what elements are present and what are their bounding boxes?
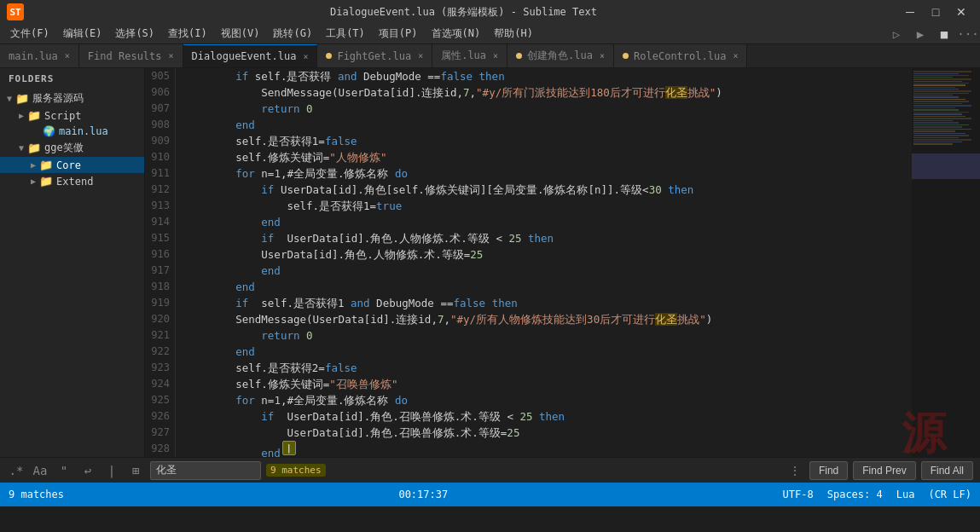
titlebar: ST DialogueEvent.lua (服务端模板) - Sublime T…	[0, 0, 980, 24]
tab-label: 创建角色.lua	[527, 49, 593, 63]
tab-close-icon[interactable]: ×	[733, 51, 738, 61]
tab-label: 属性.lua	[441, 49, 486, 63]
wrap-icon[interactable]: ↩	[78, 461, 97, 480]
sidebar-item-extend[interactable]: ▶ 📁 Extend	[0, 173, 144, 189]
status-language[interactable]: Lua	[896, 489, 915, 500]
menu-help[interactable]: 帮助(H)	[487, 25, 540, 43]
folder-label: Extend	[56, 176, 93, 188]
tab-close-icon[interactable]: ×	[303, 52, 308, 61]
minimap	[912, 68, 980, 457]
arrow-down-icon: ▼	[19, 143, 24, 153]
menu-select[interactable]: 选择(S)	[108, 25, 161, 43]
menubar: 文件(F) 编辑(E) 选择(S) 查找(I) 视图(V) 跳转(G) 工具(T…	[0, 24, 980, 44]
play2-icon[interactable]: ▶	[912, 26, 929, 43]
app-icon: ST	[7, 3, 24, 20]
menu-tools[interactable]: 工具(T)	[319, 25, 372, 43]
folder-icon: 📁	[39, 159, 53, 171]
tab-fight-get[interactable]: FightGet.lua ×	[317, 44, 432, 67]
menu-file[interactable]: 文件(F)	[3, 25, 56, 43]
minimize-button[interactable]: ─	[898, 3, 922, 21]
tab-close-icon[interactable]: ×	[65, 51, 70, 61]
menu-goto[interactable]: 跳转(G)	[266, 25, 319, 43]
sidebar-item-core[interactable]: ▶ 📁 Core	[0, 157, 144, 173]
code-area[interactable]: if self.是否获得 and DebugMode ==false then …	[176, 68, 912, 457]
arrow-down-icon: ▼	[7, 94, 12, 103]
statusbar: 9 matches 00:17:37 UTF-8 Spaces: 4 Lua (…	[0, 483, 980, 506]
close-button[interactable]: ✕	[949, 3, 973, 21]
tab-find-results[interactable]: Find Results ×	[79, 44, 183, 67]
status-spaces[interactable]: Spaces: 4	[827, 489, 883, 500]
tab-label: DialogueEvent.lua	[192, 50, 297, 62]
maximize-button[interactable]: □	[924, 3, 948, 21]
regex-icon[interactable]: .*	[7, 461, 26, 480]
stop-icon[interactable]: ■	[936, 26, 953, 43]
folder-label: 服务器源码	[32, 91, 84, 106]
tab-create-role[interactable]: 创建角色.lua ×	[507, 44, 614, 67]
play-icon[interactable]: ▷	[888, 26, 905, 43]
word-icon[interactable]: "	[55, 461, 73, 480]
menu-view[interactable]: 视图(V)	[214, 25, 267, 43]
sidebar: FOLDERS ▼ 📁 服务器源码 ▶ 📁 Script 🌍 main.lua …	[0, 68, 145, 457]
file-label: main.lua	[59, 125, 108, 137]
unsaved-dot	[326, 53, 332, 59]
folder-label: Script	[44, 110, 81, 122]
sidebar-item-main-lua[interactable]: 🌍 main.lua	[0, 124, 144, 139]
tab-close-icon[interactable]: ×	[493, 51, 498, 61]
window-title: DialogueEvent.lua (服务端模板) - Sublime Text	[29, 5, 898, 20]
status-encoding[interactable]: UTF-8	[783, 489, 814, 500]
arrow-right-icon: ▶	[19, 111, 24, 120]
more-options-icon[interactable]: ⋮	[786, 461, 804, 480]
folder-label: gge笑傲	[44, 141, 84, 155]
folder-icon: 📁	[39, 175, 53, 188]
sidebar-item-server-src[interactable]: ▼ 📁 服务器源码	[0, 90, 144, 107]
find-prev-button[interactable]: Find Prev	[853, 461, 915, 480]
tab-attr[interactable]: 属性.lua ×	[432, 44, 507, 67]
tab-close-icon[interactable]: ×	[169, 51, 174, 61]
sidebar-header: FOLDERS	[0, 68, 144, 90]
menu-edit[interactable]: 编辑(E)	[56, 25, 109, 43]
folder-label: Core	[56, 159, 81, 171]
tab-label: Find Results	[88, 50, 162, 62]
highlight-icon[interactable]: ⊞	[126, 461, 145, 480]
find-button[interactable]: Find	[809, 461, 848, 480]
context-icon[interactable]: |	[102, 461, 121, 480]
line-numbers: 905906907908909 910911912913914 91591691…	[145, 68, 176, 457]
sidebar-item-script[interactable]: ▶ 📁 Script	[0, 107, 144, 124]
tab-label: main.lua	[9, 50, 58, 62]
tab-close-icon[interactable]: ×	[600, 51, 605, 61]
sidebar-item-gge[interactable]: ▼ 📁 gge笑傲	[0, 139, 144, 157]
folder-icon: 📁	[27, 109, 41, 122]
tabbar: main.lua × Find Results × DialogueEvent.…	[0, 44, 980, 68]
menu-preferences[interactable]: 首选项(N)	[425, 25, 488, 43]
status-matches[interactable]: 9 matches	[9, 489, 64, 500]
tab-label: FightGet.lua	[337, 50, 411, 62]
find-all-button[interactable]: Find All	[921, 461, 973, 480]
case-icon[interactable]: Aa	[31, 461, 49, 480]
folder-icon: 📁	[15, 92, 29, 105]
menu-find[interactable]: 查找(I)	[161, 25, 214, 43]
unsaved-dot	[516, 53, 522, 59]
tab-label: RoleControl.lua	[634, 50, 726, 62]
tab-role-control[interactable]: RoleControl.lua ×	[614, 44, 747, 67]
tab-main-lua[interactable]: main.lua ×	[0, 44, 79, 67]
find-matches-badge: 9 matches	[266, 464, 326, 477]
arrow-right-icon: ▶	[31, 176, 36, 186]
more-icon[interactable]: ···	[960, 26, 977, 43]
tab-close-icon[interactable]: ×	[418, 51, 423, 61]
file-icon: 🌍	[43, 125, 55, 137]
unsaved-dot	[623, 53, 629, 59]
tab-dialogue-event[interactable]: DialogueEvent.lua ×	[183, 44, 318, 67]
folder-icon: 📁	[27, 142, 41, 154]
status-line-info[interactable]: (CR LF)	[928, 489, 971, 500]
menu-project[interactable]: 项目(P)	[372, 25, 425, 43]
status-time: 00:17:37	[398, 489, 448, 500]
arrow-right-icon: ▶	[31, 160, 36, 170]
findbar: .* Aa " ↩ | ⊞ 9 matches ⋮ Find Find Prev…	[0, 457, 980, 483]
find-input[interactable]	[150, 461, 261, 480]
